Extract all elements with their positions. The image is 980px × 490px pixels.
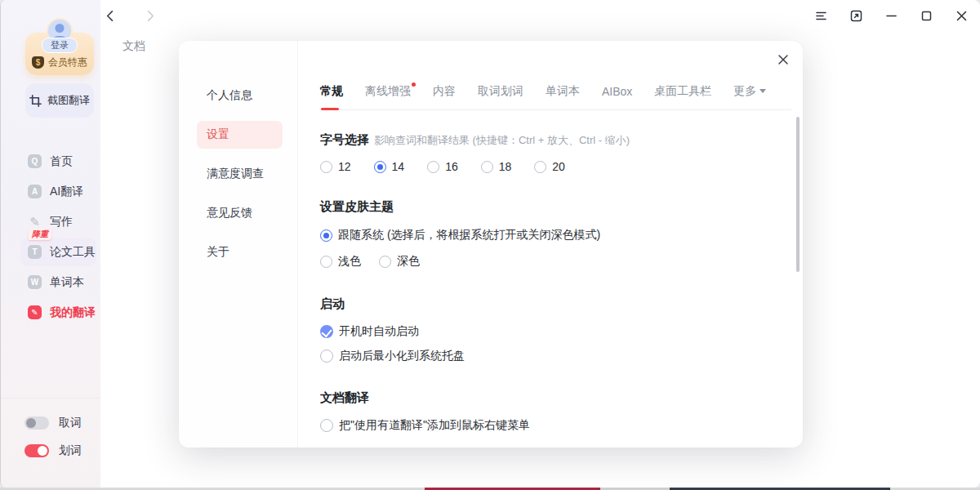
ai-translate-icon: A xyxy=(28,185,42,198)
menu-icon[interactable] xyxy=(814,9,828,23)
word-select-toggle-row[interactable]: 划词 xyxy=(1,437,100,465)
font-size-20[interactable]: 20 xyxy=(534,160,565,173)
vip-coin-icon: $ xyxy=(32,56,44,69)
tab-offline[interactable]: 离线增强 xyxy=(365,84,411,99)
doc-translate-context-menu[interactable]: 把"使用有道翻译"添加到鼠标右键菜单 xyxy=(320,418,770,433)
sidebar-item-home[interactable]: Q 首页 xyxy=(1,146,100,176)
tab-document[interactable]: 文档 xyxy=(122,39,145,54)
settings-dialog: 个人信息 设置 满意度调查 意见反馈 关于 常规 离线增强 内容 取词划词 单词… xyxy=(179,41,803,448)
font-size-16[interactable]: 16 xyxy=(427,160,458,173)
theme-follow-system[interactable]: 跟随系统 (选择后，将根据系统打开或关闭深色模式) xyxy=(320,228,770,243)
font-size-12[interactable]: 12 xyxy=(320,160,351,173)
app-window: 登录 $ 会员特惠 截图翻译 Q 首页 A AI翻译 ✎ 写作 xyxy=(0,0,980,488)
pen-icon: ✎ xyxy=(28,215,42,229)
paper-tools-icon: T xyxy=(28,245,42,259)
settings-nav: 个人信息 设置 满意度调查 意见反馈 关于 xyxy=(179,41,297,448)
theme-light[interactable]: 浅色 xyxy=(320,254,361,269)
settings-content: 常规 离线增强 内容 取词划词 单词本 AIBox 桌面工具栏 更多 字号选择影… xyxy=(297,41,803,448)
theme-dark[interactable]: 深色 xyxy=(379,254,420,269)
tab-desktop-toolbar[interactable]: 桌面工具栏 xyxy=(654,84,711,99)
chevron-down-icon xyxy=(760,89,766,93)
checkbox-unchecked-icon[interactable] xyxy=(320,350,333,363)
window-controls xyxy=(814,9,969,23)
tab-general[interactable]: 常规 xyxy=(320,84,343,99)
tab-content[interactable]: 内容 xyxy=(433,84,456,99)
home-search-icon: Q xyxy=(28,154,42,168)
theme-light-dark: 浅色 深色 xyxy=(320,254,770,269)
dialog-scrollbar[interactable] xyxy=(796,117,800,272)
word-capture-toggle[interactable] xyxy=(24,416,49,430)
startup-minimize-tray[interactable]: 启动后最小化到系统托盘 xyxy=(320,349,770,363)
word-select-toggle[interactable] xyxy=(24,444,49,457)
sidebar: 登录 $ 会员特惠 截图翻译 Q 首页 A AI翻译 ✎ 写作 xyxy=(1,0,100,488)
tab-wordbook[interactable]: 单词本 xyxy=(546,84,580,99)
sidebar-toggles: 取词 划词 xyxy=(1,398,100,465)
mini-window-icon[interactable] xyxy=(849,9,863,23)
tab-word-capture[interactable]: 取词划词 xyxy=(478,84,523,99)
maximize-icon[interactable] xyxy=(920,9,933,23)
vip-offer-button[interactable]: $ 会员特惠 xyxy=(32,56,91,69)
settings-nav-profile[interactable]: 个人信息 xyxy=(179,76,297,115)
close-icon[interactable] xyxy=(955,9,969,23)
doc-translate-title: 文档翻译 xyxy=(320,390,770,406)
my-translations-icon: ✎ xyxy=(28,305,42,319)
theme-title: 设置皮肤主题 xyxy=(320,199,770,215)
tab-more[interactable]: 更多 xyxy=(733,84,766,99)
sidebar-item-wordbook[interactable]: W 单词本 xyxy=(1,267,100,297)
history-nav xyxy=(105,10,156,22)
word-capture-toggle-row[interactable]: 取词 xyxy=(1,409,100,437)
crop-icon xyxy=(29,95,42,107)
wordbook-icon: W xyxy=(28,275,42,289)
minimize-icon[interactable] xyxy=(884,9,898,23)
settings-nav-settings[interactable]: 设置 xyxy=(179,115,297,154)
checkbox-unchecked-icon[interactable] xyxy=(320,419,333,432)
font-size-18[interactable]: 18 xyxy=(481,160,512,173)
back-icon[interactable] xyxy=(105,10,117,22)
user-login-card[interactable]: 登录 $ 会员特惠 xyxy=(25,33,94,75)
sidebar-item-ai-translate[interactable]: A AI翻译 xyxy=(1,176,100,207)
settings-tabs: 常规 离线增强 内容 取词划词 单词本 AIBox 桌面工具栏 更多 xyxy=(320,84,791,110)
startup-auto-start[interactable]: 开机时自动启动 xyxy=(320,324,770,339)
tab-aibox[interactable]: AIBox xyxy=(602,85,632,98)
settings-nav-about[interactable]: 关于 xyxy=(179,233,297,272)
sidebar-item-my-translations[interactable]: ✎ 我的翻译 xyxy=(1,297,100,327)
sidebar-item-paper-tools[interactable]: 降重 T 论文工具 xyxy=(1,237,100,267)
settings-sections: 字号选择影响查词和翻译结果 (快捷键：Ctrl + 放大、Ctrl - 缩小) … xyxy=(320,132,803,448)
avatar-person-icon xyxy=(56,24,65,33)
font-size-14[interactable]: 14 xyxy=(374,160,405,173)
startup-title: 启动 xyxy=(320,296,770,312)
settings-nav-feedback[interactable]: 意见反馈 xyxy=(179,194,297,233)
notification-dot xyxy=(412,82,416,87)
font-size-title: 字号选择影响查词和翻译结果 (快捷键：Ctrl + 放大、Ctrl - 缩小) xyxy=(320,132,770,148)
forward-icon[interactable] xyxy=(144,10,156,22)
font-size-options: 12 14 16 18 20 xyxy=(320,160,770,173)
sidebar-nav: Q 首页 A AI翻译 ✎ 写作 降重 T 论文工具 W 单词本 ✎ xyxy=(1,146,100,327)
screenshot-translate-button[interactable]: 截图翻译 xyxy=(25,83,94,118)
settings-nav-survey[interactable]: 满意度调查 xyxy=(179,154,297,194)
login-badge[interactable]: 登录 xyxy=(42,38,78,53)
checkbox-checked-icon[interactable] xyxy=(320,325,333,338)
paper-tools-badge: 降重 xyxy=(29,229,51,240)
